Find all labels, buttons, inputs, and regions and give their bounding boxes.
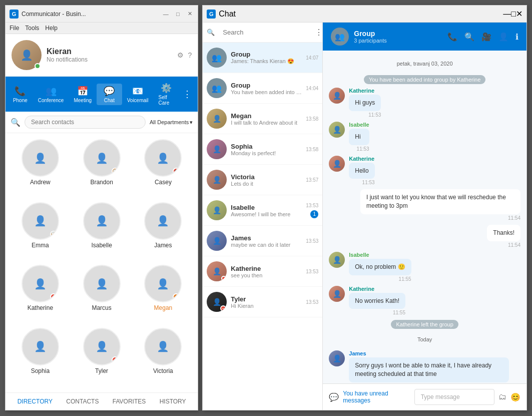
chat-list-item-megan[interactable]: 👤MeganI will talk to Andrew about it13:5… [203, 104, 322, 134]
status-badge-clock: 🕐 [112, 168, 119, 175]
katherine-avatar2: 👤 [329, 156, 345, 172]
chat-search-input[interactable] [218, 27, 312, 38]
contact-avatar-tyler: 👤– [83, 328, 121, 365]
contacts-grid: 👤Andrew👤🕐Brandon👤📞Casey👤🕐Emma👤Isabelle👤J… [6, 133, 198, 392]
unread-notice: You have unread messages [343, 390, 410, 404]
contact-item-katherine[interactable]: 👤Katherine [12, 265, 69, 324]
phone-icon: 📞 [15, 86, 26, 97]
minimize-button[interactable]: — [162, 11, 170, 17]
contact-avatar-isabelle: 👤 [83, 202, 121, 240]
right-minimize-button[interactable]: — [503, 10, 511, 19]
message-item: 👤 Isabelle Ok, no problem 🙂 11:55 [329, 252, 520, 282]
emoji-icon[interactable]: 😊 [510, 392, 520, 402]
nav-voicemail[interactable]: 📧 Voicemail [122, 84, 154, 105]
contact-name-james: James [154, 242, 172, 249]
search-input[interactable] [25, 116, 146, 129]
phone-call-icon[interactable]: 📞 [447, 32, 457, 42]
chat-meta: 13:58 [306, 116, 318, 122]
chat-options-icon[interactable]: ⋮ [315, 28, 323, 37]
chat-meta: 14:07 [306, 55, 318, 61]
chat-meta: 13:57 [306, 177, 318, 183]
message-content: Thanks! 11:54 [487, 225, 520, 248]
nav-meeting[interactable]: 📅 Meeting [69, 84, 97, 105]
right-maximize-button[interactable]: □ [511, 10, 516, 19]
contact-item-brandon[interactable]: 👤🕐Brandon [73, 139, 131, 198]
contact-item-casey[interactable]: 👤📞Casey [135, 139, 192, 198]
add-person-icon[interactable]: 👤 [498, 32, 508, 42]
chat-list-item-group2[interactable]: 👥GroupYou have been added into grou...14… [203, 73, 322, 104]
red-dot [221, 276, 226, 281]
chat-item-preview: You have been added into grou... [231, 89, 302, 95]
chat-header: 👥 Group 3 participants 📞 🔍 🎥 👤 ℹ [323, 23, 526, 51]
contact-name-katherine: Katherine [28, 304, 53, 311]
message-item-own: Thanks! 11:54 [329, 225, 520, 248]
nav-phone[interactable]: 📞 Phone [8, 84, 33, 105]
nav-selfcare[interactable]: ⚙️ Self Care [154, 81, 179, 108]
contact-item-megan[interactable]: 👤Megan [135, 265, 192, 324]
person-silhouette: 👤 [23, 329, 58, 364]
chat-item-preview: maybe we can do it later [231, 242, 302, 248]
contact-item-james[interactable]: 👤James [135, 202, 192, 261]
message-sender: Katherine [349, 286, 405, 292]
chat-type-input[interactable]: Type message [414, 389, 494, 405]
contact-item-tyler[interactable]: 👤–Tyler [73, 328, 131, 387]
settings-icon[interactable]: ⚙ [177, 51, 184, 59]
contact-item-sophia[interactable]: 👤Sophia [12, 328, 69, 387]
video-icon[interactable]: 🎥 [481, 32, 491, 42]
menu-file[interactable]: File [10, 25, 19, 32]
profile-avatar-wrap: 👤 [12, 40, 42, 70]
chat-list-item-isabelle[interactable]: 👤IsabelleAwesome! I will be there13:531 [203, 195, 322, 226]
menu-help[interactable]: Help [45, 25, 58, 32]
contact-item-emma[interactable]: 👤🕐Emma [12, 202, 69, 261]
chat-list-item-victoria[interactable]: 👤VictoriaLets do it13:57 [203, 165, 322, 195]
tab-directory[interactable]: DIRECTORY [18, 398, 53, 405]
contact-item-marcus[interactable]: 👤Marcus [73, 265, 131, 324]
chat-time: 13:58 [306, 147, 318, 152]
message-time: 11:55 [349, 310, 405, 315]
chat-list-item-tyler[interactable]: 👤–TylerHi Kieran13:53 [203, 287, 322, 317]
tab-history[interactable]: HISTORY [160, 398, 186, 405]
maximize-button[interactable]: □ [174, 11, 182, 17]
message-sender: Isabelle [349, 122, 369, 128]
right-close-button[interactable]: ✕ [516, 9, 522, 19]
help-icon[interactable]: ? [188, 51, 192, 59]
tab-contacts[interactable]: CONTACTS [66, 398, 99, 405]
tab-favorites[interactable]: FAVORITES [113, 398, 146, 405]
status-badge-clock: 🕐 [50, 231, 57, 238]
contact-name-marcus: Marcus [92, 304, 111, 311]
nav-more-icon[interactable]: ⋮ [179, 87, 196, 102]
contact-avatar-megan: 👤 [144, 265, 182, 302]
chat-list-item-katherine[interactable]: 👤Katherinesee you then13:53 [203, 256, 322, 287]
nav-conference[interactable]: 👥 Conference [33, 84, 69, 105]
message-content: Isabelle Hi 11:53 [349, 122, 369, 152]
message-bubble: Hi [349, 129, 369, 145]
chat-list-item-james[interactable]: 👤Jamesmaybe we can do it later13:53 [203, 226, 322, 256]
close-button[interactable]: ✕ [186, 11, 194, 17]
chat-item-name: Katherine [231, 265, 302, 272]
james-avatar: 👤 [329, 350, 345, 366]
message-bubble: No worries Kath! [349, 293, 405, 309]
right-panel: G Chat — □ ✕ 🔍 ⋮ 👥GroupJames: Thanks Kie… [202, 5, 527, 410]
profile-status: No notifications [47, 56, 177, 63]
chat-list-item-sophia[interactable]: 👤SophiaMonday is perfect!13:58 [203, 134, 322, 165]
chat-item-preview: I will talk to Andrew about it [231, 120, 302, 126]
contact-name-brandon: Brandon [90, 179, 113, 186]
chat-list-item-group1[interactable]: 👥GroupJames: Thanks Kieran 😍14:07 [203, 43, 322, 73]
message-sender: Katherine [349, 88, 381, 94]
dept-select[interactable]: All Departments ▾ [150, 119, 193, 126]
contact-item-victoria[interactable]: 👤Victoria [135, 328, 192, 387]
nav-chat[interactable]: 💬 Chat [97, 84, 122, 105]
chat-avatar-victoria: 👤 [207, 170, 227, 190]
chat-avatar-isabelle: 👤 [207, 200, 227, 220]
chat-info-group2: GroupYou have been added into grou... [231, 82, 302, 95]
chat-avatar-james: 👤 [207, 231, 227, 251]
chat-item-preview: James: Thanks Kieran 😍 [231, 58, 302, 65]
contact-item-isabelle[interactable]: 👤Isabelle [73, 202, 131, 261]
search-chat-icon[interactable]: 🔍 [464, 32, 474, 42]
chat-meta: 14:04 [306, 86, 318, 91]
attachment-icon[interactable]: 🗂 [498, 392, 506, 402]
contact-item-andrew[interactable]: 👤Andrew [12, 139, 69, 198]
info-icon[interactable]: ℹ [515, 32, 518, 42]
chevron-down-icon: ▾ [190, 119, 193, 126]
menu-tools[interactable]: Tools [25, 25, 39, 32]
